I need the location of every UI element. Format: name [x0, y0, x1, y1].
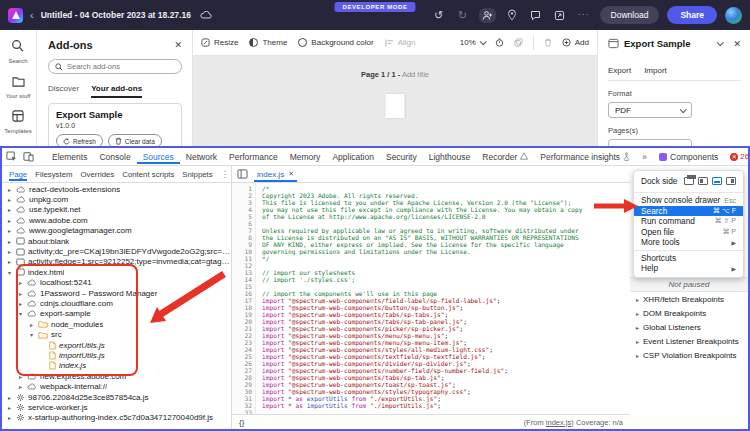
inspect-element-icon[interactable] [6, 151, 17, 162]
menu-item-open-file[interactable]: Open file⌘ P [634, 227, 743, 238]
addons-close-icon[interactable]: ✕ [174, 40, 182, 50]
tree-item[interactable]: ▸new.express.adobe.com [2, 371, 231, 381]
navigator-tab-snippets[interactable]: Snippets [182, 168, 212, 181]
menu-item-search[interactable]: Search⌘ ⌥ F [634, 206, 743, 217]
rail-item-search[interactable]: Search [8, 38, 27, 64]
navigator-tab-filesystem[interactable]: Filesystem [35, 168, 72, 181]
undock-icon[interactable] [684, 177, 694, 185]
tree-item[interactable]: ▸x-startup-authoring-index.c5c7d0a347127… [2, 413, 231, 423]
tab-performance-insights[interactable]: Performance insights [534, 149, 636, 165]
more-tabs-icon[interactable]: » [642, 152, 647, 162]
tree-item[interactable]: ▸use.typekit.net [2, 205, 231, 215]
tree-item[interactable]: ▸www.googletagmanager.com [2, 226, 231, 236]
index-js-link[interactable]: index.js [546, 418, 571, 427]
resize-button[interactable]: Resize [201, 38, 238, 47]
tab-elements[interactable]: Elements [46, 149, 93, 164]
navigator-more-icon[interactable]: ⋮ [221, 170, 229, 179]
align-button[interactable]: Align [385, 38, 416, 47]
tree-item[interactable]: importUtils.js [2, 350, 231, 360]
tab-application[interactable]: Application [326, 149, 380, 164]
tree-item[interactable]: ▸service-worker.js [2, 402, 231, 412]
error-count-badge[interactable]: ✕269 [730, 152, 748, 161]
present-share-icon[interactable] [552, 7, 568, 23]
navigator-toggle-icon[interactable] [237, 169, 248, 179]
user-avatar[interactable] [725, 7, 742, 24]
canvas-area[interactable]: Page 1 / 1 - Add title [193, 56, 597, 146]
format-select[interactable]: PDF [608, 102, 692, 118]
tree-item[interactable]: ▾src [2, 329, 231, 339]
close-tab-icon[interactable]: ✕ [288, 170, 294, 178]
tab-security[interactable]: Security [380, 149, 423, 164]
tab-memory[interactable]: Memory [284, 149, 327, 164]
navigator-tab-content-scripts[interactable]: Content scripts [122, 168, 174, 181]
dock-right-icon[interactable] [726, 177, 736, 185]
delete-button[interactable] [544, 38, 552, 47]
document-page[interactable] [386, 94, 405, 118]
rail-item-your-stuff[interactable]: Your stuff [5, 73, 30, 99]
tree-item[interactable]: ▸webpack-internal:// [2, 381, 231, 391]
tab-console[interactable]: Console [93, 149, 136, 164]
menu-item-more-tools[interactable]: More tools▶ [634, 237, 743, 248]
editor-tab-indexjs[interactable]: index.js ✕ [254, 166, 297, 182]
undo-icon[interactable]: ↺ [431, 7, 447, 23]
navigator-tab-page[interactable]: Page [9, 168, 27, 181]
tree-item[interactable]: ▸unpkg.com [2, 194, 231, 204]
duplicate-button[interactable] [514, 38, 523, 47]
menu-item-help[interactable]: Help▶ [634, 263, 743, 274]
section-global-listeners[interactable]: ▸Global Listeners [630, 320, 748, 334]
dock-bottom-icon[interactable] [712, 177, 722, 185]
tree-item[interactable]: ▸www.adobe.com [2, 215, 231, 225]
panel-tab-export[interactable]: Export [608, 66, 631, 75]
share-button[interactable]: Share [667, 6, 717, 24]
tree-item[interactable]: ▾index.html [2, 267, 231, 277]
tree-item[interactable]: ▸98706.22084d25e3ce857854ca.js [2, 392, 231, 402]
clear-data-button[interactable]: Clear data [108, 134, 162, 146]
zoom-level-control[interactable]: 10% [460, 38, 485, 47]
pages-input[interactable] [608, 139, 692, 146]
tree-item[interactable]: ▸react-devtools-extensions [2, 184, 231, 194]
pretty-print-icon[interactable]: {} [239, 418, 244, 427]
tree-item[interactable]: ▸1Password – Password Manager [2, 288, 231, 298]
code-view[interactable]: 1234567891011121314151617181920212223242… [232, 183, 630, 414]
tree-item[interactable]: exportUtils.js [2, 340, 231, 350]
chevron-down-icon[interactable] [717, 39, 724, 46]
section-dom-breakpoints[interactable]: ▸DOM Breakpoints [630, 306, 748, 320]
comment-icon[interactable] [528, 7, 544, 23]
adobe-express-logo-icon[interactable] [8, 8, 23, 23]
add-page-button[interactable]: Add [562, 38, 589, 47]
panel-close-icon[interactable]: ✕ [733, 39, 741, 49]
tab-lighthouse[interactable]: Lighthouse [423, 149, 477, 164]
tree-item[interactable]: ▸activity;fledge=1;src=9212252;type=invm… [2, 257, 231, 267]
refresh-button[interactable]: Refresh [56, 134, 103, 146]
rail-item-templates[interactable]: Templates [4, 108, 31, 134]
tree-item[interactable]: ▾export-sample [2, 309, 231, 319]
invite-people-icon[interactable] [479, 8, 496, 23]
tree-item[interactable]: index.js [2, 361, 231, 371]
tab-recorder[interactable]: Recorder [476, 149, 534, 164]
section-event-listener-breakpoints[interactable]: ▸Event Listener Breakpoints [630, 334, 748, 348]
navigator-tab-overrides[interactable]: Overrides [80, 168, 114, 181]
tab-performance[interactable]: Performance [223, 149, 284, 164]
menu-item-run-command[interactable]: Run command⌘ ⇧ P [634, 216, 743, 227]
section-csp-violation-breakpoints[interactable]: ▸CSP Violation Breakpoints [630, 348, 748, 362]
dock-left-icon[interactable] [698, 177, 708, 185]
menu-item-shortcuts[interactable]: Shortcuts [634, 253, 743, 264]
menu-item-show-console-drawer[interactable]: Show console drawerEsc [634, 195, 743, 206]
addons-search-input[interactable]: Search add-ons [48, 59, 182, 74]
tree-item[interactable]: ▸about:blank [2, 236, 231, 246]
addons-tab-discover[interactable]: Discover [48, 84, 79, 98]
tab-components[interactable]: Components [653, 149, 724, 164]
pin-location-icon[interactable] [504, 7, 520, 23]
tab-network[interactable]: Network [180, 149, 223, 164]
tab-sources[interactable]: Sources [137, 149, 180, 164]
device-toolbar-icon[interactable] [23, 151, 34, 162]
add-title-hint[interactable]: Add title [402, 70, 429, 79]
theme-button[interactable]: Theme [249, 38, 287, 47]
tree-item[interactable]: ▸activity;dc_pre=CKaj19bn3IEDFYdVwgode2o… [2, 246, 231, 256]
tree-item[interactable]: ▸cdnjs.cloudflare.com [2, 298, 231, 308]
background-color-button[interactable]: Background color [298, 38, 373, 47]
timer-button[interactable] [495, 38, 504, 47]
more-options-icon[interactable]: ··· [576, 7, 592, 23]
section-xhr-fetch-breakpoints[interactable]: ▸XHR/fetch Breakpoints [630, 292, 748, 306]
addons-tab-your-add-ons[interactable]: Your add-ons [91, 84, 142, 98]
